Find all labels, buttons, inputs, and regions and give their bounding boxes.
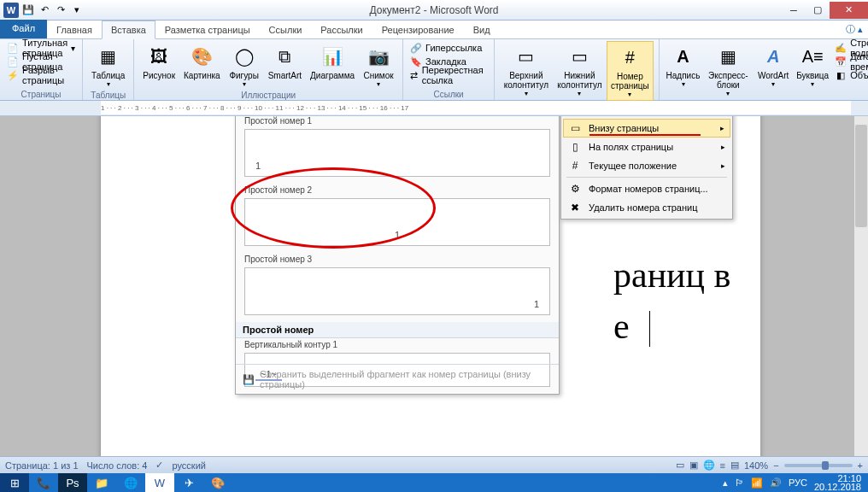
maximize-button[interactable]: ▢ bbox=[806, 2, 830, 19]
tab-layout[interactable]: Разметка страницы bbox=[155, 20, 260, 38]
taskbar-word[interactable]: W bbox=[145, 473, 174, 492]
view-printlayout-icon[interactable]: ▭ bbox=[676, 460, 684, 471]
hyperlink-button[interactable]: 🔗Гиперссылка bbox=[408, 41, 484, 55]
page-break-label: Разрыв страницы bbox=[22, 65, 75, 85]
quickparts-button[interactable]: ▦Экспресс-блоки▾ bbox=[704, 41, 754, 99]
gallery-footer[interactable]: 💾Сохранить выделенный фрагмент как номер… bbox=[236, 364, 559, 394]
status-bar: Страница: 1 из 1 Число слов: 4 ✓ русский… bbox=[0, 456, 868, 473]
submenu-bottom-label: Внизу страницы bbox=[589, 123, 659, 133]
table-label: Таблица bbox=[91, 71, 125, 80]
qat-dropdown-icon[interactable]: ▾ bbox=[70, 3, 84, 17]
header-icon: ▭ bbox=[513, 43, 540, 70]
submenu-bottom[interactable]: ▭Внизу страницы▸ bbox=[563, 119, 730, 138]
close-button[interactable]: ✕ bbox=[830, 2, 868, 19]
pagenumber-button[interactable]: #Номер страницы▾ bbox=[607, 41, 653, 101]
word-logo-icon[interactable]: W bbox=[3, 3, 19, 18]
cover-page-icon: 📄 bbox=[7, 42, 19, 54]
tray-network-icon[interactable]: 📶 bbox=[751, 477, 763, 489]
shapes-button[interactable]: ◯Фигуры▾ bbox=[226, 41, 263, 90]
table-icon: ▦ bbox=[95, 43, 122, 70]
submenu-margins[interactable]: ▯На полях страницы▸ bbox=[563, 138, 730, 156]
gallery-footer-label: Сохранить выделенный фрагмент как номер … bbox=[260, 369, 552, 390]
hyperlink-icon: 🔗 bbox=[410, 42, 422, 54]
header-button[interactable]: ▭Верхний колонтитул▾ bbox=[500, 41, 552, 99]
page-break-icon: ⚡ bbox=[7, 69, 19, 81]
zoom-slider[interactable] bbox=[784, 464, 853, 467]
submenu-format[interactable]: ⚙Формат номеров страниц... bbox=[563, 179, 730, 198]
textbox-button[interactable]: AНадпись▾ bbox=[665, 41, 702, 90]
tab-file[interactable]: Файл bbox=[0, 20, 47, 38]
crossref-button[interactable]: ⇄Перекрестная ссылка bbox=[408, 68, 489, 82]
tab-home[interactable]: Главная bbox=[47, 20, 102, 38]
vertical-scrollbar[interactable] bbox=[854, 116, 868, 456]
taskbar-chrome[interactable]: 🌐 bbox=[116, 473, 145, 492]
tab-references[interactable]: Ссылки bbox=[260, 20, 312, 38]
tray-clock[interactable]: 21:10 20.12.2018 bbox=[814, 474, 861, 491]
wordart-button[interactable]: AWordArt▾ bbox=[754, 41, 792, 90]
status-words[interactable]: Число слов: 4 bbox=[87, 460, 148, 471]
view-web-icon[interactable]: 🌐 bbox=[703, 460, 715, 471]
smartart-button[interactable]: ⧉SmartArt bbox=[265, 41, 305, 82]
smartart-icon: ⧉ bbox=[271, 43, 298, 70]
page-break-button[interactable]: ⚡Разрыв страницы bbox=[5, 68, 77, 82]
system-tray: ▴ 🏳 📶 🔊 РУС 21:10 20.12.2018 bbox=[723, 474, 868, 491]
tab-insert[interactable]: Вставка bbox=[102, 20, 155, 39]
clipart-button[interactable]: 🎨Картинка bbox=[180, 41, 224, 82]
submenu-remove[interactable]: ✖Удалить номера страниц bbox=[563, 198, 730, 217]
tray-flag-icon[interactable]: 🏳 bbox=[735, 477, 744, 488]
dropcap-button[interactable]: A≡Буквица▾ bbox=[794, 41, 831, 90]
gallery-item-1[interactable]: 1 bbox=[244, 129, 550, 177]
tray-language[interactable]: РУС bbox=[789, 477, 807, 488]
chart-icon: 📊 bbox=[319, 43, 346, 70]
zoom-level[interactable]: 140% bbox=[744, 460, 768, 471]
zoom-in-button[interactable]: + bbox=[858, 460, 863, 471]
redo-icon[interactable]: ↷ bbox=[54, 3, 67, 17]
pagenumber-gallery: Простой Простой номер 1 1 Простой номер … bbox=[235, 116, 560, 395]
tab-view[interactable]: Вид bbox=[464, 20, 500, 38]
status-language[interactable]: русский bbox=[172, 460, 205, 471]
picture-button[interactable]: 🖼Рисунок bbox=[139, 41, 179, 82]
zoom-slider-thumb[interactable] bbox=[822, 461, 829, 470]
undo-icon[interactable]: ↶ bbox=[38, 3, 51, 17]
textbox-label: Надпись bbox=[666, 71, 701, 80]
gallery-item-2[interactable]: 1 bbox=[244, 198, 550, 246]
scrollbar-thumb[interactable] bbox=[855, 125, 867, 227]
chart-button[interactable]: 📊Диаграмма bbox=[307, 41, 358, 82]
taskbar-explorer[interactable]: 📁 bbox=[87, 473, 116, 492]
view-outline-icon[interactable]: ≡ bbox=[720, 460, 725, 471]
current-position-icon: # bbox=[568, 159, 582, 173]
ruler-area: 1 · · · 2 · · · 3 · · · 4 · · · 5 · · · … bbox=[0, 101, 868, 116]
gallery-item-3[interactable]: 1 bbox=[244, 267, 550, 315]
view-draft-icon[interactable]: ▤ bbox=[730, 460, 739, 471]
tray-volume-icon[interactable]: 🔊 bbox=[770, 477, 782, 489]
help-icon[interactable]: ⓘ ▴ bbox=[846, 23, 863, 36]
hyperlink-label: Гиперссылка bbox=[425, 43, 482, 53]
pagenumber-icon: # bbox=[616, 44, 643, 71]
tab-review[interactable]: Рецензирование bbox=[372, 20, 464, 38]
tray-up-icon[interactable]: ▴ bbox=[723, 477, 728, 489]
zoom-out-button[interactable]: − bbox=[773, 460, 778, 471]
datetime-button[interactable]: 📅Дата и время bbox=[833, 55, 868, 68]
table-button[interactable]: ▦Таблица▾ bbox=[88, 41, 128, 90]
window-title: Документ2 - Microsoft Word bbox=[369, 4, 498, 16]
taskbar-paint[interactable]: 🎨 bbox=[203, 473, 232, 492]
tab-mailings[interactable]: Рассылки bbox=[311, 20, 372, 38]
quick-access-toolbar: W 💾 ↶ ↷ ▾ bbox=[0, 3, 84, 18]
footer-button[interactable]: ▭Нижний колонтитул▾ bbox=[554, 41, 606, 99]
view-fullscreen-icon[interactable]: ▣ bbox=[689, 460, 698, 471]
status-proofing-icon[interactable]: ✓ bbox=[155, 460, 163, 471]
taskbar-telegram[interactable]: ✈ bbox=[174, 473, 203, 492]
submenu-current[interactable]: #Текущее положение▸ bbox=[563, 156, 730, 175]
screenshot-button[interactable]: 📷Снимок▾ bbox=[360, 41, 397, 90]
chart-label: Диаграмма bbox=[310, 71, 355, 80]
start-button[interactable]: ⊞ bbox=[0, 473, 29, 492]
gallery-section-2: Простой номер bbox=[236, 322, 559, 338]
object-button[interactable]: ◧Объект ▾ bbox=[833, 68, 868, 82]
status-page[interactable]: Страница: 1 из 1 bbox=[5, 460, 79, 471]
quickparts-label: Экспресс-блоки bbox=[707, 71, 750, 90]
horizontal-ruler[interactable]: 1 · · · 2 · · · 3 · · · 4 · · · 5 · · · … bbox=[101, 101, 851, 114]
save-icon[interactable]: 💾 bbox=[21, 3, 35, 17]
taskbar-viber[interactable]: 📞 bbox=[29, 473, 58, 492]
taskbar-photoshop[interactable]: Ps bbox=[58, 473, 87, 492]
minimize-button[interactable]: ─ bbox=[782, 2, 806, 19]
